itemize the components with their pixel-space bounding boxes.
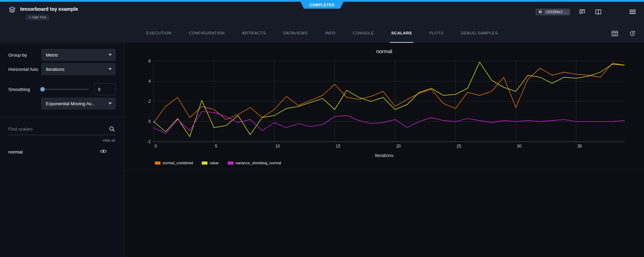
tab-info[interactable]: INFO (324, 24, 337, 43)
smoothing-slider[interactable] (41, 89, 89, 90)
find-scalars-input[interactable] (8, 124, 116, 135)
metric-name: normal (8, 149, 23, 155)
svg-text:20: 20 (396, 144, 401, 149)
group-by-label: Group by (8, 52, 41, 58)
status-badge: COMPLETED (300, 2, 344, 9)
comment-icon[interactable] (578, 8, 586, 16)
legend-swatch (202, 161, 207, 165)
scalars-sidebar: Group by Metric Horizontal Axis Iteratio… (0, 43, 124, 257)
svg-text:0: 0 (148, 119, 151, 124)
chart-legend: normal_combined value variance_shrinking… (155, 161, 627, 165)
tab-dataviews[interactable]: DATAVIEWS (282, 24, 309, 43)
smoothing-row: Smoothing (8, 83, 116, 95)
legend-swatch (155, 161, 160, 165)
status-bar: COMPLETED (0, 0, 644, 2)
legend-swatch (228, 161, 233, 165)
find-scalars-row (8, 124, 116, 135)
smoothing-method-dropdown[interactable]: Exponential Moving Av... (41, 98, 116, 109)
svg-text:4: 4 (148, 79, 151, 84)
book-icon[interactable] (594, 8, 602, 16)
svg-text:0: 0 (155, 144, 157, 149)
group-by-value: Metric (46, 52, 58, 58)
svg-text:10: 10 (275, 144, 280, 149)
legend-item-normal-combined[interactable]: normal_combined (155, 161, 193, 165)
app-logo-icon (8, 6, 16, 15)
chart-title: normal (141, 48, 627, 55)
smoothing-method-row: Exponential Moving Av... (41, 98, 116, 109)
experiment-id-badge[interactable]: ID c53399e2 ... (536, 9, 570, 15)
smoothing-label: Smoothing (8, 87, 41, 92)
scalar-chart-card: normal 05101520253035-20246 Iterations n… (141, 48, 627, 165)
experiment-title: tensorboard toy example (20, 5, 78, 13)
search-icon[interactable] (109, 126, 115, 133)
legend-item-variance-shrinking-normal[interactable]: variance_shrinking_normal (228, 161, 281, 165)
svg-text:15: 15 (336, 144, 341, 149)
hide-all-link[interactable]: Hide all (9, 138, 115, 142)
horizontal-axis-value: Iterations (46, 67, 64, 72)
header-right: ID c53399e2 ... (536, 8, 636, 16)
svg-text:30: 30 (517, 144, 522, 149)
legend-label: variance_shrinking_normal (236, 161, 281, 165)
svg-text:2: 2 (148, 99, 151, 104)
smoothing-slider-thumb[interactable] (40, 87, 45, 92)
id-label: ID (537, 10, 544, 14)
x-axis-title: Iterations (141, 153, 627, 158)
smoothing-input[interactable] (94, 83, 116, 95)
group-by-row: Group by Metric (8, 49, 116, 61)
content-area: Group by Metric Horizontal Axis Iteratio… (0, 43, 644, 257)
metric-list-item[interactable]: normal (8, 147, 116, 157)
tab-bar: EXECUTION CONFIGURATION ARTIFACTS DATAVI… (0, 24, 644, 43)
section-divider (124, 170, 644, 170)
chevron-down-icon (108, 54, 112, 56)
tab-execution[interactable]: EXECUTION (145, 24, 173, 43)
tab-console[interactable]: CONSOLE (352, 24, 375, 43)
tab-bar-icons (611, 30, 636, 38)
svg-text:35: 35 (577, 144, 582, 149)
chevron-down-icon (108, 68, 112, 70)
add-tag-button[interactable]: + ADD TAG (26, 15, 49, 20)
header-left: tensorboard toy example + ADD TAG (8, 5, 78, 20)
legend-item-value[interactable]: value (202, 161, 218, 165)
svg-text:-2: -2 (147, 139, 151, 144)
auto-refresh-icon[interactable] (628, 30, 636, 38)
title-block: tensorboard toy example + ADD TAG (20, 5, 78, 20)
tab-artifacts[interactable]: ARTIFACTS (241, 24, 267, 43)
sidebar-divider (0, 117, 124, 117)
tab-plots[interactable]: PLOTS (428, 24, 445, 43)
smoothing-method-value: Exponential Moving Av... (46, 101, 95, 106)
line-chart-canvas[interactable]: 05101520253035-20246 (141, 58, 627, 152)
hamburger-menu-icon[interactable] (629, 9, 636, 15)
horizontal-axis-dropdown[interactable]: Iterations (41, 63, 116, 75)
tab-debug-samples[interactable]: DEBUG SAMPLES (460, 24, 499, 43)
app-root: COMPLETED tensorboard toy example + ADD … (0, 0, 644, 257)
chevron-down-icon (108, 102, 112, 105)
id-value: c53399e2 ... (546, 10, 567, 14)
table-view-icon[interactable] (611, 30, 619, 38)
horizontal-axis-row: Horizontal Axis Iterations (8, 63, 116, 75)
legend-label: normal_combined (163, 161, 193, 165)
svg-text:5: 5 (215, 144, 217, 149)
group-by-dropdown[interactable]: Metric (41, 49, 116, 61)
svg-text:6: 6 (148, 59, 151, 64)
scalars-panel: normal 05101520253035-20246 Iterations n… (124, 43, 644, 257)
legend-label: value (209, 161, 218, 165)
tab-configuration[interactable]: CONFIGURATION (188, 24, 226, 43)
tab-scalars[interactable]: SCALARS (390, 24, 413, 43)
svg-text:25: 25 (456, 144, 461, 149)
horizontal-axis-label: Horizontal Axis (8, 67, 41, 72)
visibility-eye-icon[interactable] (100, 149, 107, 155)
